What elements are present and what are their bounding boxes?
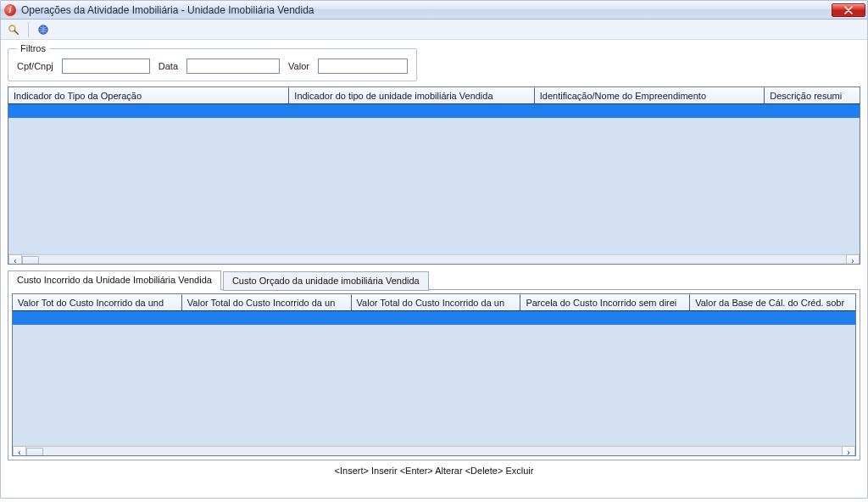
search-icon bbox=[8, 24, 19, 36]
scroll-track[interactable] bbox=[22, 254, 846, 265]
column-header[interactable]: Valor Tot do Custo Incorrido da und bbox=[13, 294, 182, 310]
column-header[interactable]: Indicador do Tipo da Operação bbox=[8, 87, 289, 103]
scroll-right-button[interactable]: › bbox=[842, 446, 855, 456]
app-icon: i bbox=[4, 4, 16, 16]
grid-header-row: Indicador do Tipo da OperaçãoIndicador d… bbox=[8, 87, 860, 104]
help-button[interactable] bbox=[34, 21, 53, 38]
column-header[interactable]: Valor Total do Custo Incorrido da un bbox=[182, 294, 352, 310]
scroll-thumb[interactable] bbox=[26, 448, 43, 456]
scroll-left-button[interactable]: ‹ bbox=[8, 254, 22, 265]
footer-hint: <Insert> Inserir <Enter> Alterar <Delete… bbox=[8, 460, 860, 479]
grid-body[interactable] bbox=[13, 325, 855, 445]
search-button[interactable] bbox=[4, 21, 23, 38]
grid-operacoes[interactable]: Indicador do Tipo da OperaçãoIndicador d… bbox=[8, 86, 860, 265]
data-label: Data bbox=[159, 61, 178, 71]
help-globe-icon bbox=[37, 24, 49, 36]
cpf-input[interactable] bbox=[62, 59, 150, 74]
scroll-track[interactable] bbox=[26, 446, 842, 456]
grid-hscrollbar[interactable]: ‹ › bbox=[8, 254, 860, 265]
scroll-left-button[interactable]: ‹ bbox=[13, 446, 26, 456]
column-header[interactable]: Identificação/Nome do Empreendimento bbox=[535, 87, 765, 103]
column-header[interactable]: Parcela do Custo Incorrido sem direi bbox=[520, 294, 690, 310]
filters-legend: Filtros bbox=[17, 43, 49, 53]
toolbar-separator bbox=[28, 22, 29, 37]
scroll-thumb[interactable] bbox=[22, 256, 39, 265]
grid-header-row: Valor Tot do Custo Incorrido da undValor… bbox=[13, 294, 855, 311]
grid-selected-row[interactable] bbox=[8, 104, 860, 118]
window-title: Operações da Atividade Imobiliária - Uni… bbox=[21, 4, 832, 16]
grid-hscrollbar[interactable]: ‹ › bbox=[13, 445, 855, 456]
grid-custo-incorrido[interactable]: Valor Tot do Custo Incorrido da undValor… bbox=[12, 293, 856, 456]
filters-group: Filtros Cpf/Cnpj Data Valor bbox=[8, 43, 417, 81]
close-button[interactable] bbox=[832, 3, 865, 17]
column-header[interactable]: Indicador do tipo de unidade imobiliária… bbox=[289, 87, 534, 103]
data-input[interactable] bbox=[186, 59, 280, 74]
column-header[interactable]: Valor da Base de Cál. do Créd. sobr bbox=[690, 294, 855, 310]
grid-body[interactable] bbox=[8, 118, 860, 254]
titlebar: i Operações da Atividade Imobiliária - U… bbox=[1, 1, 867, 20]
column-header[interactable]: Valor Total do Custo Incorrido da un bbox=[352, 294, 521, 310]
tab-custo-orcado[interactable]: Custo Orçado da unidade imobiliária Vend… bbox=[223, 271, 429, 291]
grid-selected-row[interactable] bbox=[13, 311, 855, 325]
close-icon bbox=[844, 6, 853, 14]
toolbar bbox=[1, 20, 867, 40]
scroll-right-button[interactable]: › bbox=[846, 254, 860, 265]
valor-label: Valor bbox=[288, 61, 309, 71]
cpf-label: Cpf/Cnpj bbox=[17, 61, 53, 71]
valor-input[interactable] bbox=[318, 59, 408, 74]
tab-panel: Valor Tot do Custo Incorrido da undValor… bbox=[8, 289, 860, 460]
column-header[interactable]: Descrição resumi bbox=[765, 87, 860, 103]
tab-strip: Custo Incorrido da Unidade Imobiliária V… bbox=[8, 270, 860, 289]
tab-custo-incorrido[interactable]: Custo Incorrido da Unidade Imobiliária V… bbox=[8, 271, 221, 290]
